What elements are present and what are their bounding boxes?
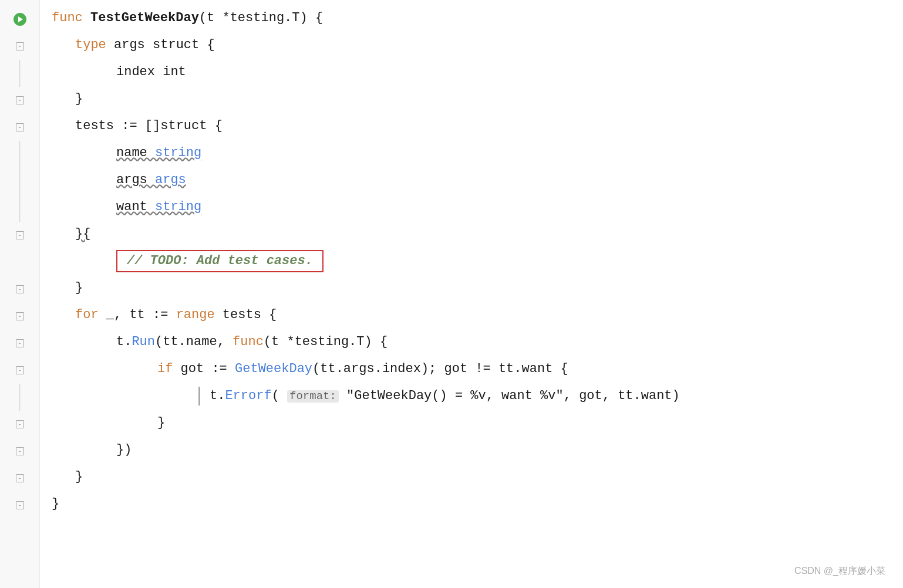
code-line-18: } xyxy=(40,464,903,491)
type-args-ref: args xyxy=(155,174,186,187)
gutter-row-13: - xyxy=(0,330,39,357)
gutter-row-14: - xyxy=(0,357,39,384)
gutter-row-16: - xyxy=(0,411,39,438)
code-line-4: } xyxy=(40,86,903,113)
keyword-range: range xyxy=(176,309,223,322)
close-brace-if: } xyxy=(157,417,165,430)
code-line-19: } xyxy=(40,491,903,518)
code-line-9: }{ xyxy=(40,221,903,248)
code-line-3: index int xyxy=(40,59,903,86)
errorf-args: "GetWeekDay() = %v, want %v", got, tt.wa… xyxy=(339,390,680,403)
code-line-13: t.Run(tt.name, func(t *testing.T) { xyxy=(40,329,903,356)
keyword-type: type xyxy=(75,39,114,52)
code-line-17: }) xyxy=(40,437,903,464)
close-brace-run: }) xyxy=(116,444,132,457)
code-line-1: func TestGetWeekDay(t *testing.T) { xyxy=(40,5,903,32)
fold-close-icon-4[interactable]: - xyxy=(16,96,24,104)
gutter-row-18: - xyxy=(0,465,39,492)
gutter-row-4: - xyxy=(0,87,39,114)
gutter-row-17: - xyxy=(0,438,39,465)
fold-close-icon-19[interactable]: - xyxy=(16,501,24,509)
pipe-bar xyxy=(198,387,200,405)
code-line-5: tests := []struct { xyxy=(40,113,903,140)
errorf-call: Errorf xyxy=(225,390,271,403)
getweekday-call: GetWeekDay xyxy=(235,363,312,376)
close-brace-struct: }{ xyxy=(75,228,90,241)
code-area[interactable]: func TestGetWeekDay(t *testing.T) { type… xyxy=(40,0,903,588)
t-run-prefix: t. xyxy=(116,336,132,349)
type-string-2: string xyxy=(155,201,201,214)
field-name: name xyxy=(116,147,155,160)
fold-close-icon-11[interactable]: - xyxy=(16,285,24,293)
gutter-row-5: - xyxy=(0,114,39,141)
gutter-row-19: - xyxy=(0,492,39,519)
code-line-6: name string xyxy=(40,140,903,167)
gutter-row-6 xyxy=(0,141,39,168)
gutter: - - - xyxy=(0,0,40,588)
field-want: want xyxy=(116,201,155,214)
editor-container: - - - xyxy=(0,0,903,588)
keyword-func-2: func xyxy=(233,336,264,349)
keyword-if: if xyxy=(157,363,181,376)
run-func: Run xyxy=(132,336,155,349)
type-int: int xyxy=(163,66,186,79)
fold-open-icon-12[interactable]: - xyxy=(16,312,24,320)
gutter-row-9: - xyxy=(0,222,39,249)
keyword-func: func xyxy=(52,12,90,25)
gutter-row-1 xyxy=(0,6,39,33)
code-line-10: // TODO: Add test cases. xyxy=(40,248,903,275)
fold-close-icon-17[interactable]: - xyxy=(16,447,24,455)
code-line-12: for _, tt := range tests { xyxy=(40,302,903,329)
type-string-1: string xyxy=(155,147,201,160)
if-assign: got := xyxy=(181,363,235,376)
fold-close-icon-9[interactable]: - xyxy=(16,231,24,239)
close-brace-1: } xyxy=(75,93,83,106)
type-args: args xyxy=(114,39,153,52)
code-line-8: want string xyxy=(40,194,903,221)
code-line-11: } xyxy=(40,275,903,302)
close-brace-2: } xyxy=(75,282,83,295)
param-hint-format: format: xyxy=(287,390,339,403)
code-line-16: } xyxy=(40,410,903,437)
gutter-row-12: - xyxy=(0,303,39,330)
keyword-for: for xyxy=(75,309,106,322)
errorf-prefix: t. xyxy=(210,390,225,403)
code-line-7: args args xyxy=(40,167,903,194)
field-index: index xyxy=(116,66,163,79)
errorf-paren: ( xyxy=(272,390,287,403)
todo-comment: // TODO: Add test cases. xyxy=(116,250,324,272)
fold-close-icon-16[interactable]: - xyxy=(16,420,24,428)
gutter-row-2: - xyxy=(0,33,39,60)
gutter-row-7 xyxy=(0,168,39,195)
fold-open-icon-5[interactable]: - xyxy=(16,123,24,131)
gutter-icons: - - - xyxy=(0,0,39,519)
func-name: TestGetWeekDay xyxy=(90,12,199,25)
code-line-15: t.Errorf( format: "GetWeekDay() = %v, wa… xyxy=(40,383,903,410)
gutter-row-11: - xyxy=(0,276,39,303)
fold-open-icon-13[interactable]: - xyxy=(16,339,24,347)
fold-open-icon-2[interactable]: - xyxy=(16,42,24,50)
fold-close-icon-18[interactable]: - xyxy=(16,474,24,482)
tests-decl: tests := []struct { xyxy=(75,120,223,133)
close-brace-func: } xyxy=(52,498,59,511)
gutter-row-3 xyxy=(0,60,39,87)
func-params: (t *testing.T) { xyxy=(199,12,323,25)
range-target: tests { xyxy=(223,309,277,322)
gutter-row-15 xyxy=(0,384,39,411)
gutter-row-10 xyxy=(0,249,39,276)
close-brace-for: } xyxy=(75,471,83,484)
keyword-struct: struct { xyxy=(153,39,215,52)
run-icon[interactable] xyxy=(14,13,26,26)
run-args-start: (tt.name, xyxy=(155,336,233,349)
fold-open-icon-14[interactable]: - xyxy=(16,366,24,374)
code-line-2: type args struct { xyxy=(40,32,903,59)
code-line-14: if got := GetWeekDay(tt.args.index); got… xyxy=(40,356,903,383)
if-condition: (tt.args.index); got != tt.want { xyxy=(312,363,568,376)
watermark: CSDN @_程序媛小菜 xyxy=(794,565,885,577)
func-sig-2: (t *testing.T) { xyxy=(264,336,388,349)
gutter-row-8 xyxy=(0,195,39,222)
for-vars: _, tt := xyxy=(106,309,176,322)
field-args: args xyxy=(116,174,155,187)
